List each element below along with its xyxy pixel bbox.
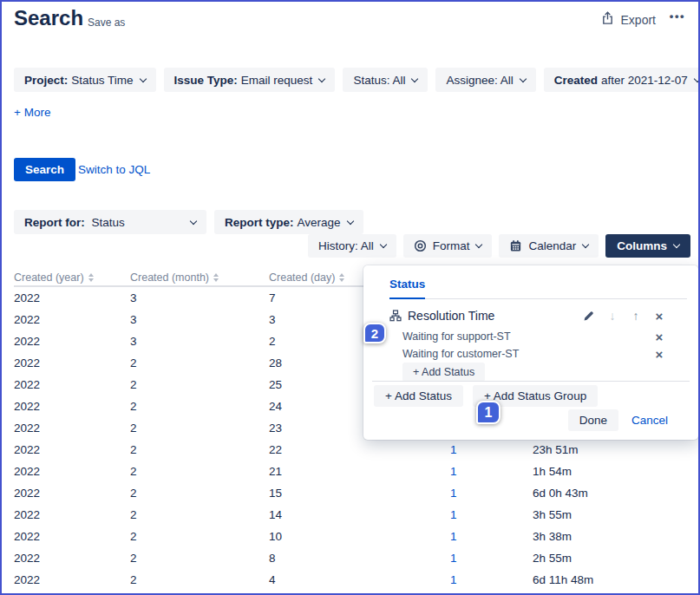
cell-created-year: 2022 — [14, 530, 130, 543]
cell-created-day: 15 — [269, 487, 450, 500]
chevron-down-icon — [582, 241, 589, 248]
column-header-created-year[interactable]: Created (year) — [14, 271, 130, 284]
popup-tabbar: Status — [389, 278, 687, 299]
cell-created-month: 2 — [130, 422, 269, 435]
chevron-down-icon — [519, 75, 526, 82]
cell-created-day: 21 — [269, 465, 450, 478]
issue-count-link[interactable]: 1 — [450, 552, 533, 565]
report-type-select[interactable]: Report type: Average — [214, 210, 363, 234]
calendar-icon — [509, 239, 528, 252]
issue-count-link[interactable]: 1 — [450, 508, 533, 521]
filter-issue-type-label: Issue Type: — [174, 74, 238, 87]
cell-created-year: 2022 — [14, 508, 130, 521]
filter-project-value: Status Time — [71, 74, 133, 87]
column-header-created-month[interactable]: Created (month) — [130, 271, 269, 284]
cell-created-year: 2022 — [14, 335, 130, 348]
chevron-down-icon — [694, 75, 700, 82]
remove-status-icon[interactable]: × — [653, 348, 665, 361]
status-item: Waiting for customer-ST × — [402, 347, 665, 361]
table-row: 2022 2 21 1 1h 54m — [14, 461, 690, 482]
export-button[interactable]: Export — [601, 11, 656, 28]
report-type-value: Average — [298, 216, 341, 229]
popup-divider — [372, 381, 690, 382]
cell-created-month: 2 — [130, 573, 269, 586]
calendar-select[interactable]: Calendar — [499, 234, 599, 258]
format-select[interactable]: Format — [403, 234, 493, 258]
switch-to-jql-link[interactable]: Switch to JQL — [78, 163, 150, 176]
chevron-down-icon — [411, 75, 418, 82]
remove-group-icon[interactable]: × — [653, 310, 665, 323]
filter-assignee[interactable]: Assignee: All — [435, 68, 535, 92]
cell-duration: 3h 38m — [533, 530, 690, 543]
move-down-icon[interactable]: ↓ — [606, 310, 618, 322]
cell-created-month: 2 — [130, 552, 269, 565]
group-add-status-button[interactable]: + Add Status — [402, 363, 485, 382]
group-actions: ↓ ↑ × — [583, 310, 665, 323]
search-button[interactable]: Search — [14, 158, 75, 181]
table-row: 2022 2 14 1 3h 55m — [14, 504, 690, 526]
cell-created-day: 14 — [269, 508, 450, 521]
move-up-icon[interactable]: ↑ — [630, 310, 642, 322]
add-status-button[interactable]: + Add Status — [374, 385, 463, 407]
chevron-down-icon — [318, 75, 325, 82]
cell-created-month: 2 — [130, 487, 269, 500]
more-filters-link[interactable]: + More — [14, 106, 50, 119]
tab-status[interactable]: Status — [389, 278, 425, 299]
columns-button[interactable]: Columns — [605, 234, 690, 258]
cell-created-year: 2022 — [14, 378, 130, 391]
chevron-down-icon — [673, 241, 680, 248]
export-icon — [601, 11, 614, 28]
status-group-name: Resolution Time — [408, 309, 583, 323]
issue-count-link[interactable]: 1 — [450, 465, 533, 478]
done-button[interactable]: Done — [568, 409, 618, 431]
chevron-down-icon — [346, 217, 353, 224]
filter-issue-type-value: Email request — [241, 74, 313, 87]
report-for-value: Status — [92, 216, 125, 229]
cell-duration: 23h 51m — [533, 443, 690, 456]
cell-created-month: 2 — [130, 378, 269, 391]
sort-icon[interactable] — [339, 273, 344, 282]
cell-created-year: 2022 — [14, 422, 130, 435]
filter-issue-type[interactable]: Issue Type: Email request — [164, 68, 336, 92]
more-menu-button[interactable]: ••• — [670, 10, 685, 23]
cell-duration: 6d 11h 48m — [533, 573, 690, 586]
save-as-link[interactable]: Save as — [88, 16, 125, 29]
format-label: Format — [433, 239, 470, 252]
issue-count-link[interactable]: 1 — [450, 573, 533, 586]
filter-project[interactable]: Project: Status Time — [14, 68, 156, 92]
edit-icon[interactable] — [583, 311, 595, 322]
issue-count-link[interactable]: 1 — [450, 487, 533, 500]
columns-popup: Status Resolution Time ↓ ↑ — [363, 265, 698, 440]
remove-status-icon[interactable]: × — [653, 330, 665, 343]
report-for-select[interactable]: Report for: Status — [14, 210, 206, 234]
cell-created-month: 2 — [130, 530, 269, 543]
cell-created-month: 2 — [130, 400, 269, 413]
filter-created[interactable]: Created after 2021-12-07 — [544, 68, 700, 92]
sort-icon[interactable] — [213, 273, 219, 282]
status-item-label: Waiting for support-ST — [402, 330, 511, 343]
filter-project-label: Project: — [24, 74, 68, 87]
export-label: Export — [621, 13, 656, 27]
table-row: 2022 2 8 1 2h 55m — [14, 547, 690, 569]
issue-count-link[interactable]: 1 — [450, 530, 533, 543]
cell-created-day: 10 — [269, 530, 450, 543]
cell-created-year: 2022 — [14, 552, 130, 565]
cell-created-year: 2022 — [14, 356, 130, 369]
filter-assignee-value: Assignee: All — [446, 74, 513, 87]
report-selectors: Report for: Status Report type: Average — [14, 210, 363, 234]
filter-status[interactable]: Status: All — [343, 68, 428, 92]
chevron-down-icon — [379, 241, 386, 248]
cell-created-month: 3 — [130, 335, 269, 348]
issue-count-link[interactable]: 1 — [450, 443, 533, 456]
cell-created-year: 2022 — [14, 313, 130, 326]
history-select[interactable]: History: All — [308, 234, 396, 258]
cell-created-year: 2022 — [14, 443, 130, 456]
sort-icon[interactable] — [88, 273, 94, 282]
status-item: Waiting for support-ST × — [402, 330, 665, 343]
cell-created-month: 2 — [130, 465, 269, 478]
status-group-row: Resolution Time ↓ ↑ × — [389, 307, 665, 324]
cell-created-year: 2022 — [14, 573, 130, 586]
filter-bar: Project: Status Time Issue Type: Email r… — [14, 68, 700, 92]
cancel-link[interactable]: Cancel — [631, 414, 668, 427]
filter-status-value: Status: All — [353, 74, 405, 87]
